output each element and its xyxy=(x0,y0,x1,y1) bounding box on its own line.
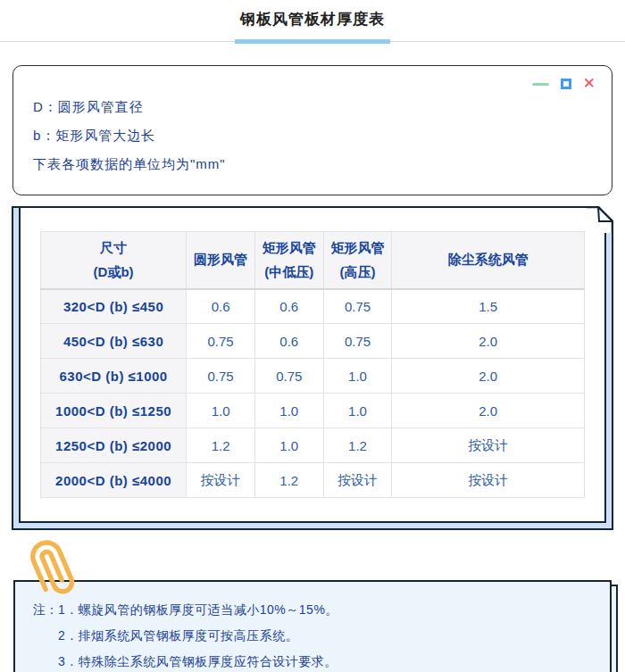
note-item-1: 1．螺旋风管的钢板厚度可适当减小10%～15%。 xyxy=(58,597,338,623)
cell-value: 1.0 xyxy=(254,394,323,428)
note-box: 注： 1．螺旋风管的钢板厚度可适当减小10%～15%。 2．排烟系统风管钢板厚度… xyxy=(13,580,612,672)
table-row: 320<D (b) ≤450 0.6 0.6 0.75 1.5 xyxy=(41,289,585,324)
folded-corner-icon xyxy=(587,206,613,233)
cell-value: 1.2 xyxy=(187,428,255,463)
note-label: 注： xyxy=(33,597,58,672)
cell-value: 按设计 xyxy=(392,428,585,463)
info-line-d: D：圆形风管直径 xyxy=(33,93,592,121)
cell-value: 0.6 xyxy=(254,324,323,359)
cell-value: 1.2 xyxy=(323,428,392,463)
col-header-round-duct: 圆形风管 xyxy=(187,232,255,289)
table-row: 630<D (b) ≤1000 0.75 0.75 1.0 2.0 xyxy=(41,359,585,394)
cell-value: 0.6 xyxy=(187,289,255,324)
maximize-icon[interactable] xyxy=(561,79,571,89)
cell-value: 0.6 xyxy=(254,289,323,324)
table-row: 1250<D (b) ≤2000 1.2 1.0 1.2 按设计 xyxy=(41,428,585,463)
note-item-3: 3．特殊除尘系统风管钢板厚度应符合设计要求。 xyxy=(58,649,338,672)
divider-accent xyxy=(235,39,390,44)
row-label: 320<D (b) ≤450 xyxy=(41,289,187,324)
thickness-table: 尺寸 (D或b) 圆形风管 矩形风管 (中低压) 矩形风管 (高压) xyxy=(40,231,585,498)
cell-value: 1.0 xyxy=(323,359,392,394)
window-controls: ✕ xyxy=(532,79,596,89)
cell-value: 1.0 xyxy=(323,394,392,428)
title-bar: 钢板风管板材厚度表 xyxy=(0,0,625,29)
info-box: ✕ D：圆形风管直径 b：矩形风管大边长 下表各项数据的单位均为"mm" xyxy=(12,65,612,195)
cell-value: 按设计 xyxy=(187,463,255,498)
cell-value: 2.0 xyxy=(392,359,585,394)
cell-value: 2.0 xyxy=(392,324,585,359)
cell-value: 1.0 xyxy=(254,428,323,463)
note-item-2: 2．排烟系统风管钢板厚度可按高压系统。 xyxy=(58,623,338,649)
paper-inner: 尺寸 (D或b) 圆形风管 矩形风管 (中低压) 矩形风管 (高压) xyxy=(19,208,606,523)
cell-value: 0.75 xyxy=(187,324,255,359)
row-label: 1250<D (b) ≤2000 xyxy=(41,428,187,463)
minimize-icon[interactable] xyxy=(532,83,549,86)
paperclip-icon xyxy=(24,539,79,598)
notes-section: 注： 1．螺旋风管的钢板厚度可适当减小10%～15%。 2．排烟系统风管钢板厚度… xyxy=(13,580,612,672)
page-title: 钢板风管板材厚度表 xyxy=(0,9,625,29)
col-header-dust-system: 除尘系统风管 xyxy=(392,232,585,289)
cell-value: 2.0 xyxy=(392,394,585,428)
close-icon[interactable]: ✕ xyxy=(583,79,596,89)
note-list: 1．螺旋风管的钢板厚度可适当减小10%～15%。 2．排烟系统风管钢板厚度可按高… xyxy=(58,597,338,672)
info-line-unit: 下表各项数据的单位均为"mm" xyxy=(33,150,592,178)
row-label: 2000<D (b) ≤4000 xyxy=(41,463,187,498)
header-row: 尺寸 (D或b) 圆形风管 矩形风管 (中低压) 矩形风管 (高压) xyxy=(41,232,585,289)
title-divider xyxy=(0,39,625,45)
row-label: 1000<D (b) ≤1250 xyxy=(41,394,187,428)
cell-value: 1.0 xyxy=(187,394,255,428)
cell-value: 按设计 xyxy=(323,463,392,498)
row-label: 450<D (b) ≤630 xyxy=(41,324,187,359)
cell-value: 0.75 xyxy=(323,324,392,359)
table-paper: 尺寸 (D或b) 圆形风管 矩形风管 (中低压) 矩形风管 (高压) xyxy=(12,206,613,530)
cell-value: 1.2 xyxy=(254,463,323,498)
table-row: 1000<D (b) ≤1250 1.0 1.0 1.0 2.0 xyxy=(41,394,585,428)
cell-value: 1.5 xyxy=(392,289,585,324)
cell-value: 0.75 xyxy=(323,289,392,324)
cell-value: 0.75 xyxy=(254,359,323,394)
table-row: 2000<D (b) ≤4000 按设计 1.2 按设计 按设计 xyxy=(41,463,585,498)
col-header-rect-duct-high: 矩形风管 (高压) xyxy=(323,232,392,289)
cell-value: 按设计 xyxy=(392,463,585,498)
col-header-size: 尺寸 (D或b) xyxy=(41,232,187,289)
cell-value: 0.75 xyxy=(187,359,255,394)
row-label: 630<D (b) ≤1000 xyxy=(41,359,187,394)
info-line-b: b：矩形风管大边长 xyxy=(33,121,592,150)
table-row: 450<D (b) ≤630 0.75 0.6 0.75 2.0 xyxy=(41,324,585,359)
col-header-rect-duct-low: 矩形风管 (中低压) xyxy=(254,232,323,289)
